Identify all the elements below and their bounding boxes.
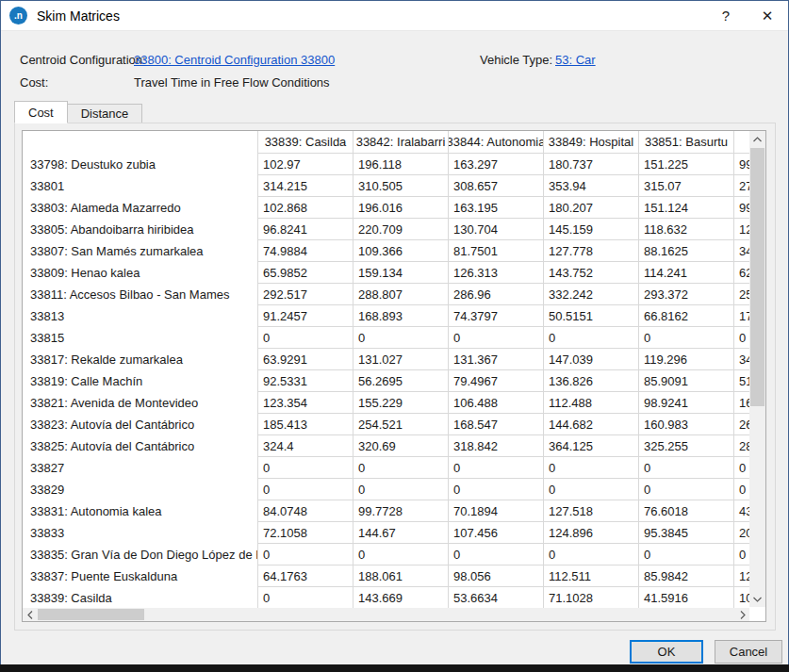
matrix-cell[interactable]: 92.5331: [258, 370, 353, 392]
matrix-cell-clipped[interactable]: 17: [734, 305, 749, 327]
matrix-cell[interactable]: 127.778: [544, 240, 639, 262]
matrix-cell[interactable]: 74.9884: [258, 240, 353, 262]
matrix-cell[interactable]: 41.5916: [639, 587, 734, 608]
matrix-cell-clipped[interactable]: 0: [734, 479, 749, 500]
matrix-cell[interactable]: 196.016: [353, 197, 449, 219]
column-header[interactable]: 33839: Casilda: [258, 131, 353, 154]
matrix-cell-clipped[interactable]: 43: [734, 500, 749, 522]
matrix-cell[interactable]: 318.842: [449, 435, 544, 457]
matrix-cell[interactable]: 324.4: [258, 435, 353, 457]
matrix-cell[interactable]: 131.027: [353, 349, 449, 370]
matrix-cell[interactable]: 127.518: [544, 500, 639, 522]
matrix-cell[interactable]: 66.8162: [639, 305, 734, 327]
matrix-cell-clipped[interactable]: 99: [734, 154, 749, 175]
matrix-cell-clipped[interactable]: 62: [734, 262, 749, 284]
matrix-cell[interactable]: 65.9852: [258, 262, 353, 284]
row-header[interactable]: 33807: San Mamés zumarkalea: [23, 240, 258, 262]
matrix-cell[interactable]: 81.7501: [449, 240, 544, 262]
row-header[interactable]: 33829: [23, 479, 258, 500]
column-header[interactable]: 33842: Iralabarri: [353, 131, 449, 154]
matrix-cell[interactable]: 288.807: [353, 284, 449, 305]
matrix-cell[interactable]: 106.488: [449, 392, 544, 414]
matrix-cell[interactable]: 64.1763: [258, 565, 353, 587]
row-header[interactable]: 33819: Calle Machín: [23, 370, 258, 392]
matrix-cell[interactable]: 151.124: [639, 197, 734, 219]
matrix-cell[interactable]: 196.118: [353, 154, 449, 175]
matrix-cell-clipped[interactable]: 0: [734, 327, 749, 349]
matrix-cell-clipped[interactable]: 26: [734, 414, 749, 435]
matrix-cell[interactable]: 53.6634: [449, 587, 544, 608]
matrix-cell[interactable]: 95.3845: [639, 522, 734, 544]
matrix-cell[interactable]: 308.657: [449, 175, 544, 197]
matrix-cell[interactable]: 188.061: [353, 565, 449, 587]
matrix-cell[interactable]: 286.96: [449, 284, 544, 305]
matrix-cell[interactable]: 63.9291: [258, 349, 353, 370]
vertical-scrollbar[interactable]: [749, 131, 765, 607]
matrix-cell[interactable]: 320.69: [353, 435, 449, 457]
matrix-cell[interactable]: 0: [449, 544, 544, 565]
row-header[interactable]: 33839: Casilda: [23, 587, 258, 608]
matrix-cell[interactable]: 220.709: [353, 219, 449, 240]
row-header[interactable]: 33805: Abandoibarra hiribidea: [23, 219, 258, 240]
matrix-cell[interactable]: 98.9241: [639, 392, 734, 414]
matrix-cell[interactable]: 0: [449, 327, 544, 349]
matrix-cell[interactable]: 76.6018: [639, 500, 734, 522]
matrix-cell[interactable]: 0: [258, 587, 353, 608]
matrix-cell[interactable]: 0: [639, 457, 734, 479]
column-header[interactable]: 33849: Hospital: [544, 131, 639, 154]
row-header[interactable]: 33817: Rekalde zumarkalea: [23, 349, 258, 370]
matrix-cell[interactable]: 98.056: [449, 565, 544, 587]
matrix-cell[interactable]: 0: [258, 479, 353, 500]
matrix-cell[interactable]: 310.505: [353, 175, 449, 197]
vertical-scrollbar-thumb[interactable]: [750, 148, 764, 406]
tab-cost[interactable]: Cost: [14, 101, 68, 123]
matrix-cell[interactable]: 71.1028: [544, 587, 639, 608]
horizontal-scrollbar-thumb[interactable]: [38, 609, 144, 620]
matrix-cell[interactable]: 70.1894: [449, 500, 544, 522]
matrix-cell[interactable]: 74.3797: [449, 305, 544, 327]
matrix-cell-clipped[interactable]: 27: [734, 175, 749, 197]
horizontal-scrollbar[interactable]: [23, 608, 749, 621]
row-header[interactable]: 33827: [23, 457, 258, 479]
matrix-cell[interactable]: 72.1058: [258, 522, 353, 544]
matrix-cell[interactable]: 0: [544, 327, 639, 349]
row-header[interactable]: 33815: [23, 327, 258, 349]
row-header[interactable]: 33831: Autonomia kalea: [23, 500, 258, 522]
matrix-cell[interactable]: 0: [449, 479, 544, 500]
matrix-cell-clipped[interactable]: 99: [734, 197, 749, 219]
matrix-cell[interactable]: 107.456: [449, 522, 544, 544]
scroll-right-icon[interactable]: [735, 608, 749, 621]
matrix-cell[interactable]: 85.9842: [639, 565, 734, 587]
column-header[interactable]: 33851: Basurtu: [639, 131, 734, 154]
matrix-cell[interactable]: 126.313: [449, 262, 544, 284]
matrix-cell[interactable]: 131.367: [449, 349, 544, 370]
row-header[interactable]: 33803: Alameda Mazarredo: [23, 197, 258, 219]
matrix-cell[interactable]: 0: [258, 544, 353, 565]
matrix-cell[interactable]: 0: [353, 457, 449, 479]
matrix-cell[interactable]: 159.134: [353, 262, 449, 284]
close-button[interactable]: ✕: [747, 1, 788, 30]
column-header[interactable]: 33844: Autonomia: [449, 131, 544, 154]
matrix-cell[interactable]: 50.5151: [544, 305, 639, 327]
matrix-cell[interactable]: 143.669: [353, 587, 449, 608]
matrix-cell[interactable]: 130.704: [449, 219, 544, 240]
matrix-cell-clipped[interactable]: 16: [734, 392, 749, 414]
row-header[interactable]: 33837: Puente Euskalduna: [23, 565, 258, 587]
matrix-cell[interactable]: 292.517: [258, 284, 353, 305]
matrix-cell[interactable]: 123.354: [258, 392, 353, 414]
matrix-cell[interactable]: 118.632: [639, 219, 734, 240]
matrix-cell[interactable]: 124.896: [544, 522, 639, 544]
matrix-cell[interactable]: 315.07: [639, 175, 734, 197]
matrix-cell[interactable]: 185.413: [258, 414, 353, 435]
matrix-cell[interactable]: 112.511: [544, 565, 639, 587]
matrix-cell[interactable]: 168.893: [353, 305, 449, 327]
matrix-cell[interactable]: 136.826: [544, 370, 639, 392]
matrix-cell-clipped[interactable]: 12: [734, 565, 749, 587]
matrix-cell[interactable]: 180.207: [544, 197, 639, 219]
matrix-cell-clipped[interactable]: 34: [734, 349, 749, 370]
matrix-cell[interactable]: 0: [544, 457, 639, 479]
matrix-cell-clipped[interactable]: 51: [734, 370, 749, 392]
cancel-button[interactable]: Cancel: [715, 640, 782, 664]
matrix-cell[interactable]: 119.296: [639, 349, 734, 370]
scroll-up-icon[interactable]: [749, 131, 765, 147]
